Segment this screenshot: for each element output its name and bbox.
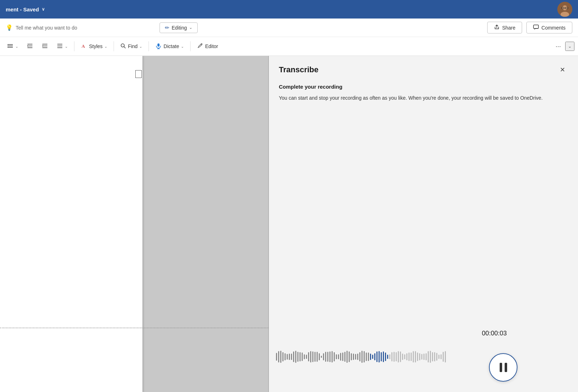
- waveform-bar: [364, 351, 365, 362]
- decrease-indent-icon: [27, 43, 33, 50]
- waveform-bar: [314, 352, 316, 362]
- user-avatar-container: [557, 2, 572, 17]
- waveform-bar: [443, 352, 444, 361]
- styles-button[interactable]: A Styles ⌄: [77, 41, 111, 52]
- waveform-bar: [366, 352, 367, 361]
- waveform-bar: [421, 354, 422, 359]
- waveform-bar: [297, 352, 298, 362]
- ribbon: 💡 Tell me what you want to do ✏ Editing …: [0, 19, 578, 56]
- editing-chevron-icon: ⌄: [189, 25, 192, 30]
- find-button[interactable]: Find ⌄: [117, 41, 146, 52]
- waveform-bar: [374, 353, 375, 361]
- waveform-bar: [445, 351, 446, 362]
- list-icon: [7, 43, 14, 50]
- svg-text:A: A: [82, 43, 85, 49]
- expand-ribbon-button[interactable]: ⌄: [565, 42, 574, 51]
- waveform-bar: [291, 354, 292, 360]
- dictate-button[interactable]: Dictate ⌄: [152, 41, 187, 52]
- comments-icon: [533, 24, 539, 31]
- waveform-bar: [428, 351, 429, 362]
- list-button[interactable]: ⌄: [4, 41, 22, 52]
- transcribe-title: Transcribe: [279, 65, 318, 74]
- document-title: ment - Saved ∨: [6, 6, 45, 12]
- waveform-bar: [353, 354, 354, 360]
- waveform-bar: [434, 352, 435, 361]
- waveform-bar: [310, 351, 311, 362]
- comments-label: Comments: [541, 25, 566, 31]
- waveform-bar: [319, 353, 320, 360]
- pause-bar-left: [500, 363, 502, 372]
- waveform-bar: [423, 354, 425, 360]
- waveform-bar: [280, 351, 281, 362]
- waveform-bar: [383, 351, 384, 362]
- document-area: [0, 56, 269, 392]
- close-button[interactable]: ✕: [557, 64, 568, 75]
- waveform-bar: [404, 354, 405, 359]
- waveform-bar: [430, 351, 431, 362]
- transcribe-header: Transcribe ✕: [269, 56, 578, 81]
- waveform-bar: [396, 352, 397, 362]
- waveform-bar: [357, 354, 358, 360]
- share-button[interactable]: Share: [487, 22, 522, 33]
- waveform-bar: [289, 354, 290, 360]
- find-chevron-icon: ⌄: [139, 45, 142, 48]
- waveform-bar: [334, 352, 335, 361]
- share-icon: [494, 24, 500, 31]
- waveform-bar: [368, 352, 369, 361]
- waveform-bar: [308, 352, 309, 361]
- waveform-bar: [359, 352, 360, 361]
- waveform-bar: [379, 351, 380, 362]
- pause-recording-button[interactable]: [489, 353, 517, 382]
- align-icon: [57, 43, 63, 50]
- list-chevron: ⌄: [15, 45, 18, 48]
- waveform-container: [269, 343, 578, 371]
- decrease-indent-button[interactable]: [23, 41, 37, 52]
- microphone-icon: [155, 43, 162, 50]
- editor-icon: [197, 43, 203, 50]
- lightbulb-icon: 💡: [6, 24, 13, 31]
- waveform-bar: [370, 354, 371, 360]
- dictate-label: Dictate: [163, 43, 179, 49]
- dictate-chevron-icon: ⌄: [181, 45, 184, 48]
- more-icon: ···: [556, 43, 561, 50]
- waveform-bar: [304, 354, 305, 359]
- waveform-bar: [287, 354, 288, 360]
- waveform-bar: [391, 352, 392, 361]
- waveform-bar: [389, 354, 390, 360]
- waveform-bar: [372, 355, 373, 359]
- comments-button[interactable]: Comments: [526, 22, 572, 33]
- complete-description: You can start and stop your recording as…: [279, 94, 568, 102]
- waveform-bar: [408, 352, 410, 361]
- align-button[interactable]: ⌄: [53, 41, 71, 52]
- editor-button[interactable]: Editor: [193, 41, 222, 52]
- waveform-bar: [300, 352, 301, 361]
- waveform-bar: [336, 354, 337, 359]
- waveform-bar: [306, 355, 307, 359]
- title-chevron-icon[interactable]: ∨: [42, 7, 45, 12]
- waveform-bar: [340, 353, 341, 361]
- tell-me-search[interactable]: 💡 Tell me what you want to do: [6, 24, 155, 31]
- waveform-bar: [302, 352, 303, 361]
- waveform-bar: [347, 351, 348, 363]
- waveform-bar: [325, 352, 326, 362]
- toolbar-row: ⌄: [0, 37, 578, 56]
- avatar[interactable]: [557, 2, 572, 17]
- waveform-bar: [417, 352, 418, 361]
- waveform-bar: [394, 352, 395, 362]
- cursor: [135, 70, 142, 78]
- waveform-bars: [269, 351, 578, 363]
- title-bar: ment - Saved ∨: [0, 0, 578, 19]
- waveform-bar: [385, 352, 386, 361]
- editing-mode-button[interactable]: ✏ Editing ⌄: [160, 22, 198, 33]
- waveform-bar: [332, 351, 333, 362]
- more-options-button[interactable]: ···: [553, 41, 564, 52]
- pencil-icon: ✏: [165, 25, 170, 31]
- waveform-bar: [398, 351, 399, 362]
- waveform-bar: [400, 351, 401, 362]
- waveform-bar: [295, 351, 296, 363]
- waveform-bar: [327, 352, 328, 362]
- pause-button-container: [489, 353, 517, 382]
- waveform-bar: [361, 351, 363, 362]
- waveform-bar: [432, 352, 433, 362]
- increase-indent-button[interactable]: [38, 41, 52, 52]
